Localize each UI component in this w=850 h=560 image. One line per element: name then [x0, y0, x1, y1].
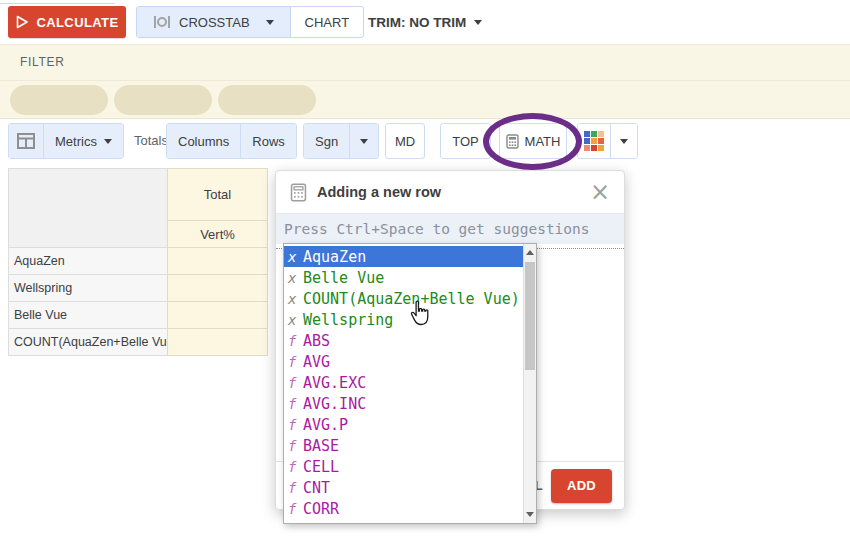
close-icon[interactable]: ×	[590, 182, 610, 202]
suggestion-item[interactable]: f AVG.INC	[284, 393, 523, 414]
suggestion-item[interactable]: f ABS	[284, 330, 523, 351]
md-button[interactable]: MD	[385, 123, 425, 159]
sgn-button[interactable]: Sgn	[304, 124, 349, 158]
formula-editor-input[interactable]: Press Ctrl+Space to get suggestions	[276, 214, 624, 244]
suggestion-dropdown: x AquaZen x Belle Vue x COUNT(AquaZen+Be…	[283, 243, 537, 524]
row-label-cell: Belle Vue	[8, 301, 168, 329]
suggestion-label: AVG	[303, 353, 330, 371]
row-label-cell: Wellspring	[8, 274, 168, 302]
calculate-label: CALCULATE	[36, 15, 118, 30]
suggestion-kind-icon: f	[288, 438, 303, 454]
suggestion-item[interactable]: f CELL	[284, 456, 523, 477]
sgn-dropdown-button[interactable]	[349, 124, 378, 158]
table-layout-icon	[17, 133, 35, 149]
math-label: MATH	[525, 134, 561, 149]
crosstab-table: Total Vert% AquaZen Wellspring Belle Vue…	[8, 168, 269, 356]
trim-dropdown[interactable]: TRIM: NO TRIM	[368, 6, 482, 38]
table-row: Belle Vue	[8, 301, 269, 329]
view-toggle: CROSSTAB CHART	[136, 6, 364, 38]
filter-separator	[0, 80, 850, 81]
add-button[interactable]: ADD	[551, 469, 612, 503]
sgn-group: Sgn	[303, 123, 379, 159]
columns-label: Columns	[178, 134, 229, 149]
suggestion-kind-icon: x	[288, 270, 303, 286]
suggestion-label: AquaZen	[303, 248, 366, 266]
suggestion-item[interactable]: x COUNT(AquaZen+Belle Vue)	[284, 288, 523, 309]
crosstab-view-button[interactable]: CROSSTAB	[137, 7, 290, 37]
filter-pill[interactable]	[218, 85, 316, 115]
suggestion-kind-icon: f	[288, 501, 303, 517]
table-row: COUNT(AquaZen+Belle Vue)	[8, 328, 269, 356]
row-value-cell	[167, 274, 268, 302]
suggestion-label: CELL	[303, 458, 339, 476]
suggestion-label: ABS	[303, 332, 330, 350]
scrollbar[interactable]	[523, 244, 536, 523]
suggestion-label: CORR	[303, 500, 339, 518]
suggestion-kind-icon: x	[288, 249, 303, 265]
table-row: Wellspring	[8, 274, 269, 302]
totals-rows-button[interactable]: Rows	[240, 124, 296, 158]
suggestion-label: AVG.P	[303, 416, 348, 434]
suggestion-label: AVG.INC	[303, 395, 366, 413]
suggestion-label: COUNT(AquaZen+Belle Vue)	[303, 290, 520, 308]
scrollbar-thumb[interactable]	[525, 262, 535, 370]
crosstab-label: CROSSTAB	[179, 15, 250, 30]
suggestion-kind-icon: f	[288, 354, 303, 370]
filter-pill[interactable]	[10, 85, 108, 115]
table-body: AquaZen Wellspring Belle Vue COUNT(AquaZ…	[8, 247, 269, 356]
color-grid-dropdown-button[interactable]	[610, 124, 637, 158]
row-value-cell	[167, 247, 268, 275]
chart-label: CHART	[305, 15, 350, 30]
crosstab-icon	[153, 14, 171, 30]
scroll-down-icon[interactable]	[526, 512, 534, 517]
totals-columns-button[interactable]: Columns	[167, 124, 240, 158]
chart-view-button[interactable]: CHART	[290, 7, 364, 37]
suggestion-kind-icon: f	[288, 480, 303, 496]
dialog-header: Adding a new row ×	[276, 171, 624, 214]
screen-edge-fragment	[0, 3, 115, 4]
filter-pill[interactable]	[114, 85, 212, 115]
totals-toggle-group: Columns Rows	[166, 123, 297, 159]
table-layout-button[interactable]	[9, 124, 43, 158]
suggestion-item[interactable]: f CORR	[284, 498, 523, 519]
top-button[interactable]: TOP	[440, 123, 491, 159]
color-grid-button[interactable]	[578, 124, 610, 158]
metrics-group: Metrics	[8, 123, 124, 159]
suggestion-kind-icon: f	[288, 333, 303, 349]
table-corner-cell	[8, 168, 168, 248]
suggestion-kind-icon: f	[288, 396, 303, 412]
suggestion-item[interactable]: f AVG.P	[284, 414, 523, 435]
chevron-down-icon	[474, 20, 482, 25]
calculate-button[interactable]: CALCULATE	[8, 6, 126, 38]
trim-label: TRIM: NO TRIM	[368, 15, 466, 30]
suggestion-item[interactable]: x AquaZen	[284, 246, 523, 267]
suggestion-kind-icon: f	[288, 375, 303, 391]
math-button[interactable]: MATH	[499, 123, 567, 159]
sgn-label: Sgn	[315, 134, 338, 149]
suggestion-item[interactable]: x Belle Vue	[284, 267, 523, 288]
suggestion-label: Belle Vue	[303, 269, 384, 287]
suggestion-label: AVG.EXC	[303, 374, 366, 392]
suggestion-label: Wellspring	[303, 311, 393, 329]
suggestion-item[interactable]: x Wellspring	[284, 309, 523, 330]
calculator-icon	[290, 183, 307, 202]
color-grid-icon	[584, 131, 604, 151]
chevron-down-icon	[266, 20, 274, 25]
scroll-up-icon[interactable]	[526, 250, 534, 255]
app-screen: CALCULATE CROSSTAB CHART TRIM: NO TRIM F…	[0, 0, 850, 560]
suggestion-item[interactable]: f CNT	[284, 477, 523, 498]
suggestion-label: CNT	[303, 479, 330, 497]
md-label: MD	[395, 134, 415, 149]
suggestion-item[interactable]: f BASE	[284, 435, 523, 456]
rows-label: Rows	[252, 134, 285, 149]
metrics-dropdown[interactable]: Metrics	[43, 124, 123, 158]
suggestion-item[interactable]: f AVG	[284, 351, 523, 372]
suggestion-item[interactable]: f AVG.EXC	[284, 372, 523, 393]
vert-metric-header: Vert%	[167, 220, 268, 248]
table-row: AquaZen	[8, 247, 269, 275]
suggestion-kind-icon: f	[288, 417, 303, 433]
calculator-icon	[506, 134, 519, 149]
suggestion-kind-icon: x	[288, 291, 303, 307]
chevron-down-icon	[620, 139, 628, 144]
row-label-cell: AquaZen	[8, 247, 168, 275]
